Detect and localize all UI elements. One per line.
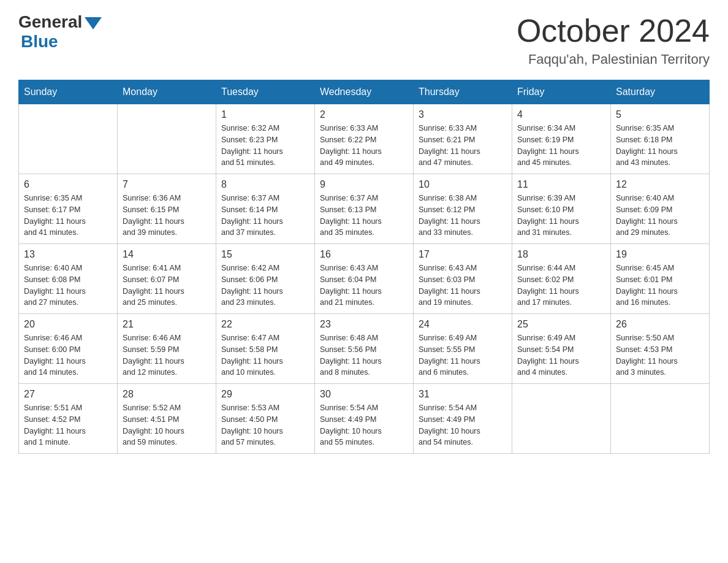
header-sunday: Sunday (19, 80, 118, 104)
calendar-cell: 5Sunrise: 6:35 AM Sunset: 6:18 PM Daylig… (611, 104, 710, 174)
day-info: Sunrise: 6:47 AM Sunset: 5:58 PM Dayligh… (221, 332, 309, 378)
calendar-week-row: 13Sunrise: 6:40 AM Sunset: 6:08 PM Dayli… (19, 244, 710, 314)
day-number: 3 (419, 109, 507, 120)
logo-general-text: General (18, 12, 82, 32)
day-number: 5 (616, 109, 704, 120)
calendar-week-row: 27Sunrise: 5:51 AM Sunset: 4:52 PM Dayli… (19, 384, 710, 454)
day-number: 25 (517, 319, 605, 330)
day-number: 10 (419, 179, 507, 190)
calendar-cell: 14Sunrise: 6:41 AM Sunset: 6:07 PM Dayli… (118, 244, 216, 314)
calendar-cell: 21Sunrise: 6:46 AM Sunset: 5:59 PM Dayli… (118, 314, 216, 384)
title-area: October 2024 Faqqu'ah, Palestinian Terri… (517, 12, 710, 67)
day-info: Sunrise: 6:37 AM Sunset: 6:13 PM Dayligh… (320, 193, 408, 239)
day-info: Sunrise: 6:46 AM Sunset: 5:59 PM Dayligh… (123, 332, 211, 378)
calendar-cell: 18Sunrise: 6:44 AM Sunset: 6:02 PM Dayli… (512, 244, 611, 314)
day-number: 27 (24, 389, 112, 400)
day-info: Sunrise: 6:32 AM Sunset: 6:23 PM Dayligh… (221, 123, 309, 169)
day-info: Sunrise: 6:48 AM Sunset: 5:56 PM Dayligh… (320, 332, 408, 378)
day-number: 15 (221, 249, 309, 260)
calendar-week-row: 6Sunrise: 6:35 AM Sunset: 6:17 PM Daylig… (19, 174, 710, 244)
day-info: Sunrise: 6:43 AM Sunset: 6:04 PM Dayligh… (320, 262, 408, 308)
header-monday: Monday (118, 80, 216, 104)
day-number: 23 (320, 319, 408, 330)
header-tuesday: Tuesday (216, 80, 315, 104)
day-info: Sunrise: 5:54 AM Sunset: 4:49 PM Dayligh… (419, 402, 507, 448)
day-info: Sunrise: 6:34 AM Sunset: 6:19 PM Dayligh… (517, 123, 605, 169)
calendar-cell: 31Sunrise: 5:54 AM Sunset: 4:49 PM Dayli… (414, 384, 512, 454)
calendar-cell: 19Sunrise: 6:45 AM Sunset: 6:01 PM Dayli… (611, 244, 710, 314)
calendar-cell: 23Sunrise: 6:48 AM Sunset: 5:56 PM Dayli… (315, 314, 414, 384)
calendar-table: SundayMondayTuesdayWednesdayThursdayFrid… (18, 80, 710, 454)
logo-blue-text: Blue (21, 32, 58, 52)
day-number: 11 (517, 179, 605, 190)
day-info: Sunrise: 6:49 AM Sunset: 5:54 PM Dayligh… (517, 332, 605, 378)
logo: General Blue (18, 12, 102, 52)
day-info: Sunrise: 6:40 AM Sunset: 6:08 PM Dayligh… (24, 262, 112, 308)
calendar-cell: 26Sunrise: 5:50 AM Sunset: 4:53 PM Dayli… (611, 314, 710, 384)
day-info: Sunrise: 6:46 AM Sunset: 6:00 PM Dayligh… (24, 332, 112, 378)
calendar-cell: 27Sunrise: 5:51 AM Sunset: 4:52 PM Dayli… (19, 384, 118, 454)
day-number: 6 (24, 179, 112, 190)
calendar-cell (19, 104, 118, 174)
calendar-cell: 15Sunrise: 6:42 AM Sunset: 6:06 PM Dayli… (216, 244, 315, 314)
day-info: Sunrise: 6:35 AM Sunset: 6:18 PM Dayligh… (616, 123, 704, 169)
day-number: 9 (320, 179, 408, 190)
day-number: 4 (517, 109, 605, 120)
calendar-cell (611, 384, 710, 454)
day-number: 13 (24, 249, 112, 260)
day-number: 31 (419, 389, 507, 400)
day-number: 18 (517, 249, 605, 260)
calendar-header-row: SundayMondayTuesdayWednesdayThursdayFrid… (19, 80, 710, 104)
day-info: Sunrise: 6:38 AM Sunset: 6:12 PM Dayligh… (419, 193, 507, 239)
calendar-cell: 25Sunrise: 6:49 AM Sunset: 5:54 PM Dayli… (512, 314, 611, 384)
calendar-cell: 6Sunrise: 6:35 AM Sunset: 6:17 PM Daylig… (19, 174, 118, 244)
calendar-cell: 24Sunrise: 6:49 AM Sunset: 5:55 PM Dayli… (414, 314, 512, 384)
day-info: Sunrise: 6:33 AM Sunset: 6:22 PM Dayligh… (320, 123, 408, 169)
day-number: 30 (320, 389, 408, 400)
day-number: 17 (419, 249, 507, 260)
day-number: 7 (123, 179, 211, 190)
calendar-cell: 1Sunrise: 6:32 AM Sunset: 6:23 PM Daylig… (216, 104, 315, 174)
calendar-cell: 7Sunrise: 6:36 AM Sunset: 6:15 PM Daylig… (118, 174, 216, 244)
day-number: 26 (616, 319, 704, 330)
calendar-cell: 3Sunrise: 6:33 AM Sunset: 6:21 PM Daylig… (414, 104, 512, 174)
month-title: October 2024 (517, 12, 710, 49)
calendar-cell (512, 384, 611, 454)
day-info: Sunrise: 6:44 AM Sunset: 6:02 PM Dayligh… (517, 262, 605, 308)
header-saturday: Saturday (611, 80, 710, 104)
day-info: Sunrise: 6:36 AM Sunset: 6:15 PM Dayligh… (123, 193, 211, 239)
day-info: Sunrise: 6:45 AM Sunset: 6:01 PM Dayligh… (616, 262, 704, 308)
day-number: 22 (221, 319, 309, 330)
day-number: 8 (221, 179, 309, 190)
calendar-cell: 20Sunrise: 6:46 AM Sunset: 6:00 PM Dayli… (19, 314, 118, 384)
calendar-cell (118, 104, 216, 174)
day-number: 21 (123, 319, 211, 330)
day-number: 28 (123, 389, 211, 400)
day-number: 2 (320, 109, 408, 120)
calendar-cell: 28Sunrise: 5:52 AM Sunset: 4:51 PM Dayli… (118, 384, 216, 454)
day-info: Sunrise: 6:41 AM Sunset: 6:07 PM Dayligh… (123, 262, 211, 308)
day-info: Sunrise: 5:50 AM Sunset: 4:53 PM Dayligh… (616, 332, 704, 378)
calendar-cell: 13Sunrise: 6:40 AM Sunset: 6:08 PM Dayli… (19, 244, 118, 314)
header-thursday: Thursday (414, 80, 512, 104)
day-number: 16 (320, 249, 408, 260)
day-info: Sunrise: 6:33 AM Sunset: 6:21 PM Dayligh… (419, 123, 507, 169)
calendar-cell: 16Sunrise: 6:43 AM Sunset: 6:04 PM Dayli… (315, 244, 414, 314)
header: General Blue October 2024 Faqqu'ah, Pale… (18, 12, 710, 67)
calendar-cell: 10Sunrise: 6:38 AM Sunset: 6:12 PM Dayli… (414, 174, 512, 244)
day-info: Sunrise: 6:37 AM Sunset: 6:14 PM Dayligh… (221, 193, 309, 239)
calendar-cell: 4Sunrise: 6:34 AM Sunset: 6:19 PM Daylig… (512, 104, 611, 174)
day-info: Sunrise: 6:42 AM Sunset: 6:06 PM Dayligh… (221, 262, 309, 308)
day-number: 24 (419, 319, 507, 330)
calendar-week-row: 1Sunrise: 6:32 AM Sunset: 6:23 PM Daylig… (19, 104, 710, 174)
calendar-cell: 9Sunrise: 6:37 AM Sunset: 6:13 PM Daylig… (315, 174, 414, 244)
calendar-cell: 22Sunrise: 6:47 AM Sunset: 5:58 PM Dayli… (216, 314, 315, 384)
day-number: 1 (221, 109, 309, 120)
calendar-cell: 8Sunrise: 6:37 AM Sunset: 6:14 PM Daylig… (216, 174, 315, 244)
day-info: Sunrise: 5:54 AM Sunset: 4:49 PM Dayligh… (320, 402, 408, 448)
header-wednesday: Wednesday (315, 80, 414, 104)
logo-triangle-icon (85, 17, 102, 29)
calendar-cell: 17Sunrise: 6:43 AM Sunset: 6:03 PM Dayli… (414, 244, 512, 314)
day-info: Sunrise: 6:43 AM Sunset: 6:03 PM Dayligh… (419, 262, 507, 308)
day-info: Sunrise: 6:35 AM Sunset: 6:17 PM Dayligh… (24, 193, 112, 239)
